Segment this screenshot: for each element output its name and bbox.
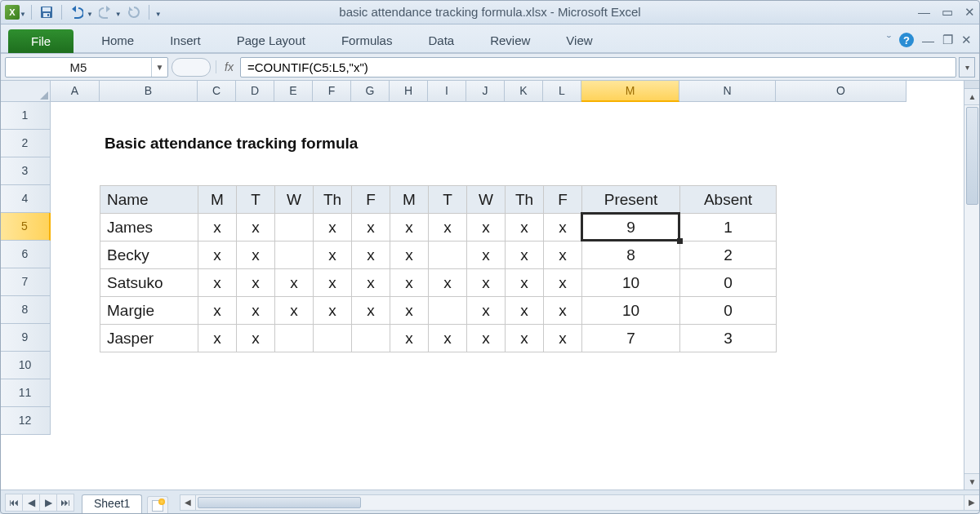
- split-box-icon[interactable]: [964, 81, 980, 89]
- column-header-O[interactable]: O: [776, 81, 906, 102]
- column-header-J[interactable]: J: [466, 81, 505, 102]
- column-header-K[interactable]: K: [505, 81, 543, 102]
- mark-cell[interactable]: x: [429, 325, 467, 352]
- present-cell[interactable]: 9: [582, 214, 680, 241]
- mark-cell[interactable]: x: [467, 214, 506, 241]
- name-cell[interactable]: Satsuko: [100, 269, 198, 297]
- ribbon-tab-insert[interactable]: Insert: [152, 29, 219, 52]
- ribbon-tab-review[interactable]: Review: [472, 29, 548, 52]
- horizontal-scrollbar[interactable]: ◀ ▶: [180, 494, 980, 511]
- mark-cell[interactable]: x: [429, 269, 467, 297]
- column-header-C[interactable]: C: [198, 81, 236, 102]
- column-header-A[interactable]: A: [51, 81, 100, 102]
- row-header-12[interactable]: 12: [0, 407, 51, 435]
- name-cell[interactable]: Jasper: [100, 325, 198, 352]
- column-header-D[interactable]: D: [236, 81, 274, 102]
- mark-cell[interactable]: x: [467, 325, 506, 352]
- present-cell[interactable]: 10: [582, 269, 680, 297]
- mark-cell[interactable]: x: [544, 269, 582, 297]
- formula-bar-expand-icon[interactable]: ▾: [959, 57, 975, 78]
- mark-cell[interactable]: x: [544, 214, 582, 241]
- spreadsheet-grid[interactable]: Basic attendance tracking formula NameMT…: [51, 102, 964, 490]
- mark-cell[interactable]: x: [352, 269, 390, 297]
- column-header-E[interactable]: E: [274, 81, 313, 102]
- name-box[interactable]: M5 ▼: [5, 57, 168, 78]
- present-cell[interactable]: 8: [582, 241, 680, 269]
- ribbon-tab-data[interactable]: Data: [410, 29, 472, 52]
- column-header-N[interactable]: N: [679, 81, 776, 102]
- undo-drop-icon[interactable]: ▼: [87, 11, 93, 18]
- redo-drop-icon[interactable]: ▼: [115, 11, 122, 18]
- mark-cell[interactable]: x: [198, 241, 237, 269]
- column-header-G[interactable]: G: [351, 81, 390, 102]
- mark-cell[interactable]: x: [390, 241, 429, 269]
- fx-icon[interactable]: fx: [216, 60, 237, 73]
- mark-cell[interactable]: [275, 214, 314, 241]
- mark-cell[interactable]: x: [506, 297, 544, 325]
- row-header-6[interactable]: 6: [0, 241, 51, 268]
- mark-cell[interactable]: x: [467, 297, 506, 325]
- name-cell[interactable]: Becky: [100, 241, 198, 269]
- column-header-I[interactable]: I: [428, 81, 466, 102]
- sheet-last-icon[interactable]: ⏭: [56, 494, 74, 512]
- mark-cell[interactable]: x: [275, 297, 314, 325]
- row-header-11[interactable]: 11: [0, 379, 51, 407]
- ribbon-tab-formulas[interactable]: Formulas: [323, 29, 411, 52]
- row-header-10[interactable]: 10: [0, 352, 51, 379]
- mark-cell[interactable]: x: [198, 325, 237, 352]
- ribbon-tab-page-layout[interactable]: Page Layout: [219, 29, 323, 52]
- doc-minimize-icon[interactable]: ―: [922, 33, 934, 47]
- column-header-L[interactable]: L: [543, 81, 581, 102]
- sheet-first-icon[interactable]: ⏮: [5, 494, 23, 512]
- mark-cell[interactable]: [275, 325, 314, 352]
- row-header-2[interactable]: 2: [0, 130, 51, 157]
- column-header-M[interactable]: M: [581, 81, 679, 102]
- undo-icon[interactable]: [67, 3, 87, 21]
- mark-cell[interactable]: x: [237, 241, 275, 269]
- vscroll-thumb[interactable]: [966, 107, 978, 205]
- hscroll-track[interactable]: [196, 494, 964, 511]
- mark-cell[interactable]: x: [390, 214, 429, 241]
- redo-icon[interactable]: [96, 3, 115, 21]
- mark-cell[interactable]: x: [237, 269, 275, 297]
- vertical-scrollbar[interactable]: ▲ ▼: [964, 81, 980, 490]
- mark-cell[interactable]: x: [198, 214, 237, 241]
- row-header-8[interactable]: 8: [0, 296, 51, 324]
- hscroll-thumb[interactable]: [198, 497, 361, 508]
- name-box-drop-icon[interactable]: ▼: [151, 58, 167, 77]
- mark-cell[interactable]: x: [352, 241, 390, 269]
- mark-cell[interactable]: x: [314, 214, 352, 241]
- row-header-3[interactable]: 3: [0, 157, 51, 185]
- select-all-corner[interactable]: [0, 81, 51, 102]
- mark-cell[interactable]: x: [544, 325, 582, 352]
- column-header-B[interactable]: B: [100, 81, 198, 102]
- save-icon[interactable]: [37, 3, 56, 21]
- sheet-prev-icon[interactable]: ◀: [22, 494, 40, 512]
- mark-cell[interactable]: x: [429, 214, 467, 241]
- scroll-right-icon[interactable]: ▶: [964, 494, 980, 511]
- file-tab[interactable]: File: [8, 29, 74, 53]
- vscroll-track[interactable]: [964, 105, 980, 473]
- mark-cell[interactable]: x: [390, 297, 429, 325]
- absent-cell[interactable]: 0: [680, 297, 777, 325]
- name-cell[interactable]: Margie: [100, 297, 198, 325]
- row-header-1[interactable]: 1: [0, 102, 51, 130]
- mark-cell[interactable]: x: [198, 297, 237, 325]
- help-icon[interactable]: ?: [899, 33, 914, 47]
- mark-cell[interactable]: x: [237, 297, 275, 325]
- mark-cell[interactable]: x: [467, 269, 506, 297]
- mark-cell[interactable]: [429, 241, 467, 269]
- absent-cell[interactable]: 2: [680, 241, 777, 269]
- formula-input[interactable]: [240, 57, 956, 78]
- mark-cell[interactable]: [275, 241, 314, 269]
- mark-cell[interactable]: x: [352, 297, 390, 325]
- mark-cell[interactable]: x: [390, 325, 429, 352]
- mark-cell[interactable]: x: [314, 269, 352, 297]
- column-header-H[interactable]: H: [390, 81, 428, 102]
- mark-cell[interactable]: x: [506, 241, 544, 269]
- repeat-icon[interactable]: [124, 3, 144, 21]
- present-cell[interactable]: 7: [582, 325, 680, 352]
- close-icon[interactable]: ✕: [964, 5, 975, 20]
- app-menu-drop-icon[interactable]: ▼: [20, 11, 26, 18]
- mark-cell[interactable]: x: [198, 269, 237, 297]
